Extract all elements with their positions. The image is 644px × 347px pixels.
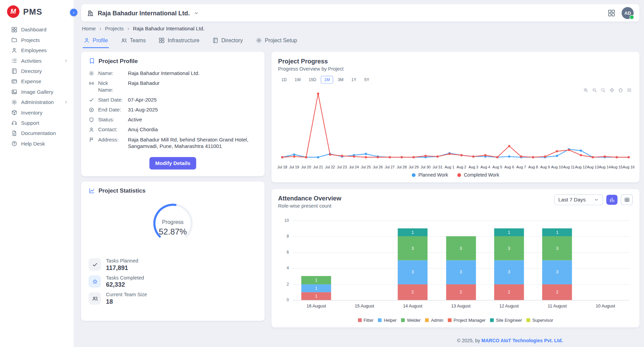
gear-icon (88, 71, 94, 76)
sidebar-item-activities[interactable]: Activities (0, 56, 74, 66)
legend-project-manager[interactable]: Project Manager (448, 317, 486, 322)
employees-icon (11, 47, 17, 54)
company-name: Raja Bahadur International Ltd. (98, 9, 190, 16)
field-label: Name: (98, 70, 124, 76)
profile-tab-icon (84, 37, 90, 43)
range-3m[interactable]: 3M (335, 76, 347, 84)
legend-helper[interactable]: Helper (378, 317, 397, 322)
footer-company-link[interactable]: MARCO AIoT Technologies Pvt. Ltd. (481, 338, 563, 343)
documentation-icon (11, 130, 17, 136)
progress-gauge: Progress 52.87% (146, 200, 200, 248)
sidebar-item-directory[interactable]: Directory (0, 66, 74, 76)
app-name: PMS (23, 7, 42, 16)
tab-bar: Profile Teams Infrastructure Directory P… (81, 35, 639, 48)
stat-label: Current Team Size (106, 292, 147, 298)
bar-chart-legend: Fitter Helper Welder Admin Project Manag… (278, 317, 633, 322)
field-label: Address: (98, 136, 124, 143)
tab-infrastructure[interactable]: Infrastructure (158, 35, 200, 48)
bar-chart-icon (609, 197, 615, 203)
user-avatar[interactable]: AD (622, 7, 633, 19)
chevron-down-icon (594, 197, 599, 202)
tab-profile[interactable]: Profile (83, 35, 109, 48)
image-gallery-icon (11, 89, 17, 95)
directory-icon (11, 68, 17, 74)
range-1m[interactable]: 1M (321, 76, 333, 84)
legend-swatch (490, 318, 494, 322)
legend-supervisor[interactable]: Supervisor (527, 317, 553, 322)
sidebar-item-support[interactable]: Support (0, 118, 74, 128)
chart-view-button[interactable] (606, 195, 617, 205)
field-value: Raja Bahadur International Ltd. (128, 70, 199, 76)
sidebar-item-image-gallery[interactable]: Image Gallery (0, 87, 74, 97)
sidebar-item-label: Expense (21, 78, 41, 84)
x-circle-icon (88, 107, 94, 113)
sidebar-item-inventory[interactable]: Inventory (0, 107, 74, 118)
sidebar-item-dashboard[interactable]: Dashboard (0, 25, 74, 35)
app-logo[interactable]: M PMS (0, 0, 74, 18)
field-contact: Contact:Anuj Chordia (88, 126, 257, 133)
avatar-initials: AD (624, 10, 631, 15)
gauge-value: 52.87% (146, 227, 200, 237)
legend-site-engineer[interactable]: Site Engineer (490, 317, 522, 322)
date-range-select[interactable]: Last 7 Days (554, 194, 603, 205)
table-view-button[interactable] (621, 194, 633, 205)
legend-fitter[interactable]: Fitter (358, 317, 373, 322)
modify-details-button[interactable]: Modify Details (149, 157, 196, 169)
breadcrumb: Home › Projects › Raja Bahadur Internati… (82, 25, 639, 31)
sidebar-item-label: Directory (21, 68, 42, 74)
sidebar-item-employees[interactable]: Employees (0, 45, 74, 56)
breadcrumb-current: Raja Bahadur International Ltd. (133, 26, 205, 31)
field-address: Address:Raja Bahadur Mill Rd, behind She… (88, 136, 257, 150)
sidebar-item-help-desk[interactable]: Help Desk (0, 138, 74, 149)
tab-directory[interactable]: Directory (211, 35, 244, 48)
company-selector[interactable]: Raja Bahadur International Ltd. (87, 9, 199, 16)
card-subtitle: Progress Overview by Project (278, 66, 633, 72)
sidebar-item-label: Administration (21, 99, 54, 105)
card-title: Project Statistics (98, 187, 145, 194)
legend-swatch (527, 318, 530, 322)
legend-welder[interactable]: Welder (401, 317, 421, 322)
teams-tab-icon (121, 37, 127, 43)
sidebar-item-label: Projects (21, 37, 40, 43)
legend-label: Supervisor (532, 317, 553, 322)
sidebar-item-administration[interactable]: Administration (0, 97, 74, 107)
sidebar-item-expense[interactable]: Expense (0, 76, 74, 87)
tab-teams[interactable]: Teams (120, 35, 146, 48)
legend-admin[interactable]: Admin (425, 317, 443, 322)
apps-grid-icon[interactable] (608, 9, 615, 17)
range-5y[interactable]: 5Y (361, 76, 373, 84)
field-value: Anuj Chordia (128, 126, 158, 133)
field-label: Nick Name: (98, 80, 124, 93)
range-1w[interactable]: 1W (291, 76, 304, 84)
field-value: 31-Aug-2025 (128, 106, 158, 113)
legend-completed-work[interactable]: Completed Work (457, 172, 499, 178)
sidebar-item-label: Employees (21, 47, 47, 53)
footer: © 2025, by MARCO AIoT Technologies Pvt. … (272, 338, 640, 343)
sidebar-item-projects[interactable]: Projects (0, 35, 74, 45)
top-header: Raja Bahadur International Ltd. AD (81, 4, 639, 21)
inventory-icon (11, 109, 17, 116)
tab-project-setup[interactable]: Project Setup (255, 35, 298, 48)
sidebar-item-documentation[interactable]: Documentation (0, 128, 74, 138)
attendance-bar-chart: 024681011116 August15 August233114 Augus… (278, 218, 633, 316)
legend-label: Admin (431, 317, 443, 322)
sidebar-collapse-button[interactable]: ‹ (70, 9, 77, 16)
legend-label: Completed Work (464, 172, 499, 178)
legend-swatch (378, 318, 382, 322)
legend-planned-work[interactable]: Planned Work (412, 172, 448, 178)
legend-dot (457, 173, 461, 177)
shield-icon (88, 117, 94, 123)
range-15d[interactable]: 15D (305, 76, 320, 84)
line-chart-legend: Planned Work Completed Work (278, 172, 633, 178)
field-value: Raja Bahadur Mill Rd, behind Sheraton Gr… (128, 136, 257, 150)
breadcrumb-projects[interactable]: Projects (105, 26, 124, 31)
range-selector: 1D 1W 15D 1M 3M 1Y 5Y (278, 76, 633, 84)
team-icon (92, 295, 98, 301)
range-1y[interactable]: 1Y (348, 76, 360, 84)
range-1d[interactable]: 1D (278, 76, 290, 84)
bookmark-icon (88, 58, 95, 64)
field-end-date: End Date:31-Aug-2025 (88, 106, 257, 113)
building-icon (87, 9, 94, 16)
breadcrumb-home[interactable]: Home (82, 26, 96, 31)
legend-swatch (448, 318, 452, 322)
